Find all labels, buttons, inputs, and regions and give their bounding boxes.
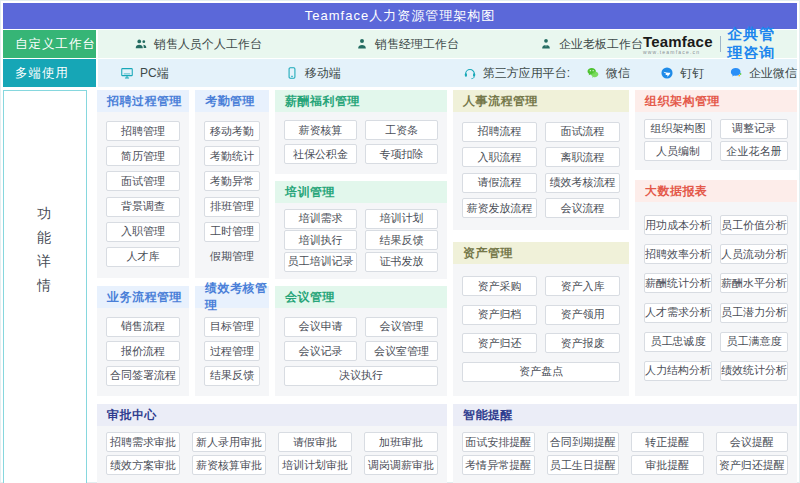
module-chip[interactable]: 调岗调薪审批 bbox=[364, 455, 438, 475]
module-chip[interactable]: 考情异常提醒 bbox=[462, 455, 535, 475]
module-chip[interactable]: 资产采购 bbox=[462, 276, 537, 296]
section-title-hrflow: 人事流程管理 bbox=[453, 90, 629, 112]
module-chip[interactable]: 考勤异常 bbox=[204, 171, 260, 191]
module-chip[interactable]: 新人录用审批 bbox=[192, 432, 266, 452]
module-chip[interactable]: 培训需求 bbox=[284, 209, 357, 229]
module-chip[interactable]: 会议记录 bbox=[284, 341, 357, 361]
module-chip[interactable]: 资产报废 bbox=[545, 333, 620, 353]
workbench-items: 销售人员个人工作台销售经理工作台企业老板工作台 Teamface www.tea… bbox=[98, 30, 797, 58]
track-1: 招聘过程管理招聘管理简历管理面试管理背景调查入职管理人才库业务流程管理销售流程报… bbox=[97, 90, 189, 396]
module-chip[interactable]: 会议管理 bbox=[365, 317, 438, 337]
module-chip[interactable]: 简历管理 bbox=[106, 146, 180, 166]
module-chip[interactable]: 假期管理 bbox=[204, 247, 260, 267]
module-chip[interactable]: 薪资发放流程 bbox=[462, 198, 537, 218]
module-chip[interactable]: 薪资核算 bbox=[284, 120, 357, 140]
module-chip[interactable]: 社保公积金 bbox=[284, 144, 357, 164]
module-chip[interactable]: 考勤统计 bbox=[204, 146, 260, 166]
module-chip[interactable]: 工时管理 bbox=[204, 222, 260, 242]
module-chip[interactable]: 员工价值分析 bbox=[720, 215, 788, 235]
module-chip[interactable]: 工资条 bbox=[365, 120, 438, 140]
platform-row: 多端使用 PC端移动端第三方应用平台:微信钉钉企业微信 bbox=[3, 59, 797, 87]
module-chip[interactable]: 员工满意度 bbox=[720, 332, 788, 352]
module-chip[interactable]: 过程管理 bbox=[204, 341, 260, 361]
section-bigdata: 大数据报表用功成本分析员工价值分析招聘效率分析人员流动分析薪酬统计分析薪酬水平分… bbox=[635, 180, 797, 396]
logo-brand: Teamface bbox=[643, 34, 713, 49]
module-chip[interactable]: 入职管理 bbox=[106, 222, 180, 242]
module-chip[interactable]: 人员流动分析 bbox=[720, 244, 788, 264]
module-chip[interactable]: 招聘流程 bbox=[462, 122, 537, 142]
module-chip[interactable]: 移动考勤 bbox=[204, 121, 260, 141]
module-chip[interactable]: 员工潜力分析 bbox=[720, 303, 788, 323]
module-chip[interactable]: 人力结构分析 bbox=[644, 361, 712, 381]
module-chip[interactable]: 入职流程 bbox=[462, 147, 537, 167]
module-chip[interactable]: 调整记录 bbox=[720, 119, 788, 139]
platform-workbench-item: 企业微信 bbox=[729, 65, 797, 82]
platform-workbench-item: 销售经理工作台 bbox=[355, 36, 459, 53]
module-chip[interactable]: 绩效考核流程 bbox=[545, 173, 620, 193]
module-chip[interactable]: 排班管理 bbox=[204, 197, 260, 217]
module-chip[interactable]: 薪资核算审批 bbox=[192, 455, 266, 475]
module-chip[interactable]: 会议室管理 bbox=[365, 341, 438, 361]
module-chip[interactable]: 会议流程 bbox=[545, 198, 620, 218]
module-chip[interactable]: 转正提醒 bbox=[631, 432, 704, 452]
module-chip[interactable]: 资产归还提醒 bbox=[716, 455, 789, 475]
module-chip[interactable]: 结果反馈 bbox=[365, 230, 438, 250]
module-chip[interactable]: 招聘管理 bbox=[106, 121, 180, 141]
module-chip[interactable]: 员工忠诚度 bbox=[644, 332, 712, 352]
module-chip[interactable]: 企业花名册 bbox=[720, 141, 788, 161]
module-chip[interactable]: 资产归还 bbox=[462, 333, 537, 353]
module-chip[interactable]: 用功成本分析 bbox=[644, 215, 712, 235]
module-chip[interactable]: 加班审批 bbox=[364, 432, 438, 452]
module-chip[interactable]: 培训执行 bbox=[284, 230, 357, 250]
module-chip[interactable]: 培训计划审批 bbox=[278, 455, 352, 475]
module-chip[interactable]: 会议申请 bbox=[284, 317, 357, 337]
module-chip[interactable]: 薪酬水平分析 bbox=[720, 273, 788, 293]
module-chip[interactable]: 绩效统计分析 bbox=[720, 361, 788, 381]
module-chip[interactable]: 会议提醒 bbox=[716, 432, 789, 452]
module-chip[interactable]: 离职流程 bbox=[545, 147, 620, 167]
module-chip[interactable]: 人才需求分析 bbox=[644, 303, 712, 323]
section-title-bigdata: 大数据报表 bbox=[635, 180, 797, 202]
module-chip[interactable]: 招聘需求审批 bbox=[106, 432, 180, 452]
module-chip[interactable]: 请假流程 bbox=[462, 173, 537, 193]
module-chip[interactable]: 面试流程 bbox=[545, 122, 620, 142]
module-chip[interactable]: 审批提醒 bbox=[631, 455, 704, 475]
logo-divider bbox=[720, 36, 721, 52]
module-chip[interactable]: 资产归档 bbox=[462, 305, 537, 325]
module-chip[interactable]: 培训计划 bbox=[365, 209, 438, 229]
item-label: 企业微信 bbox=[749, 65, 797, 82]
module-chip[interactable]: 组织架构图 bbox=[644, 119, 712, 139]
section-asset: 资产管理资产采购资产入库资产归档资产领用资产归还资产报废资产盘点 bbox=[453, 242, 629, 396]
module-chip[interactable]: 资产盘点 bbox=[462, 362, 620, 382]
module-chip[interactable]: 招聘效率分析 bbox=[644, 244, 712, 264]
module-chip[interactable]: 报价流程 bbox=[106, 341, 180, 361]
module-chip[interactable]: 销售流程 bbox=[106, 317, 180, 337]
module-chip[interactable]: 合同到期提醒 bbox=[547, 432, 620, 452]
module-chip[interactable]: 人才库 bbox=[106, 247, 180, 267]
track-3: 薪酬福利管理薪资核算工资条社保公积金专项扣除培训管理培训需求培训计划培训执行结果… bbox=[275, 90, 447, 396]
module-chip[interactable]: 员工培训记录 bbox=[284, 252, 357, 272]
module-chip[interactable]: 决议执行 bbox=[284, 366, 438, 386]
item-label: 企业老板工作台 bbox=[559, 36, 643, 53]
module-chip[interactable]: 面试安排提醒 bbox=[462, 432, 535, 452]
module-chip[interactable]: 资产入库 bbox=[545, 276, 620, 296]
section-body-reminder: 面试安排提醒合同到期提醒转正提醒会议提醒考情异常提醒员工生日提醒审批提醒资产归还… bbox=[453, 426, 797, 483]
module-chip[interactable]: 专项扣除 bbox=[365, 144, 438, 164]
module-chip[interactable]: 资产领用 bbox=[545, 305, 620, 325]
module-chip[interactable]: 请假审批 bbox=[278, 432, 352, 452]
module-chip[interactable]: 面试管理 bbox=[106, 171, 180, 191]
section-training: 培训管理培训需求培训计划培训执行结果反馈员工培训记录证书发放 bbox=[275, 181, 447, 279]
module-chip[interactable]: 合同签署流程 bbox=[106, 366, 180, 386]
module-grid: 招聘过程管理招聘管理简历管理面试管理背景调查入职管理人才库业务流程管理销售流程报… bbox=[97, 90, 800, 483]
dingtalk-icon bbox=[660, 66, 674, 80]
module-chip[interactable]: 结果反馈 bbox=[204, 366, 260, 386]
module-chip[interactable]: 背景调查 bbox=[106, 197, 180, 217]
module-chip[interactable]: 薪酬统计分析 bbox=[644, 273, 712, 293]
module-chip[interactable]: 员工生日提醒 bbox=[547, 455, 620, 475]
module-chip[interactable]: 证书发放 bbox=[365, 252, 438, 272]
section-body-business: 销售流程报价流程合同签署流程 bbox=[97, 308, 189, 396]
module-chip[interactable]: 绩效方案审批 bbox=[106, 455, 180, 475]
module-chip[interactable]: 目标管理 bbox=[204, 317, 260, 337]
platform-row-label: 多端使用 bbox=[3, 59, 98, 87]
module-chip[interactable]: 人员编制 bbox=[644, 141, 712, 161]
